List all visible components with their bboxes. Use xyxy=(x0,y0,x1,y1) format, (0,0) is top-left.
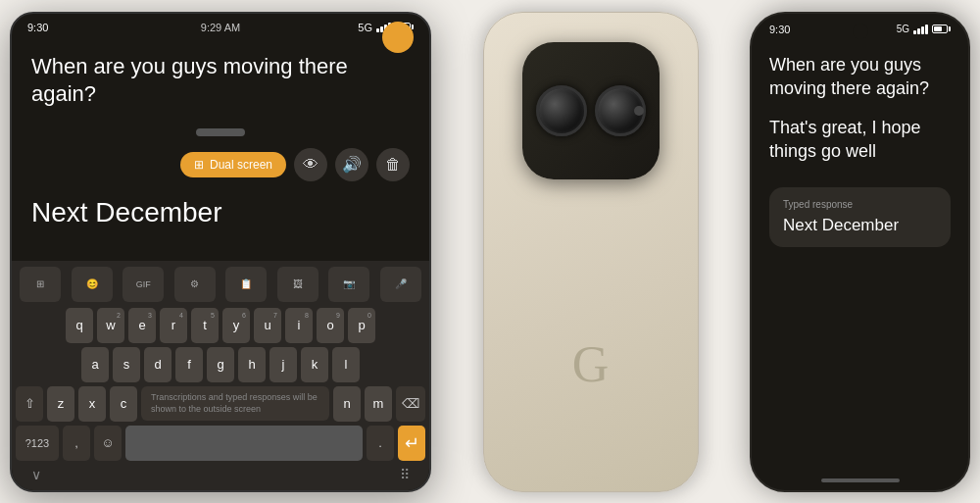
foldable-time-center: 9:29 AM xyxy=(201,22,240,33)
key-o[interactable]: o9 xyxy=(317,308,344,343)
foldable-toolbar: ⊞ Dual screen 👁 🔊 🗑 xyxy=(31,148,410,181)
foldable-5g-label: 5G xyxy=(358,22,372,33)
keyboard-gallery-button[interactable]: 📷 xyxy=(328,267,369,302)
key-q[interactable]: q xyxy=(66,308,93,343)
phone-notch xyxy=(853,24,868,39)
key-enter[interactable]: ↵ xyxy=(398,426,425,461)
key-m[interactable]: m xyxy=(365,386,392,422)
phone-signal-bars-icon xyxy=(913,25,928,34)
camera-module xyxy=(522,42,660,179)
foldable-avatar xyxy=(382,22,414,53)
delete-icon-button[interactable]: 🗑 xyxy=(376,148,410,181)
keyboard-mic-button[interactable]: 🎤 xyxy=(380,267,421,302)
phone-typed-box: Typed response Next December xyxy=(769,187,951,247)
key-backspace[interactable]: ⌫ xyxy=(396,386,425,422)
key-p[interactable]: p0 xyxy=(348,308,375,343)
phone-question-text: When are you guys moving there again? xyxy=(769,53,951,101)
google-logo: G xyxy=(572,335,610,393)
foldable-question-text: When are you guys moving there again? xyxy=(31,53,410,109)
phone-5g-label: 5G xyxy=(897,24,909,34)
key-z[interactable]: z xyxy=(47,386,74,422)
key-space[interactable] xyxy=(125,426,363,461)
key-d[interactable]: d xyxy=(144,347,172,382)
dual-screen-button[interactable]: ⊞ Dual screen xyxy=(180,152,286,177)
key-u[interactable]: u7 xyxy=(254,308,281,343)
nav-down-icon[interactable]: ∨ xyxy=(31,467,41,482)
key-j[interactable]: j xyxy=(270,347,297,382)
key-w[interactable]: w2 xyxy=(97,308,124,343)
keyboard: ⊞ 😊 GIF ⚙ 📋 🖼 📷 🎤 q w2 e3 r4 t5 y6 u7 i8… xyxy=(12,261,429,490)
keyboard-row-2: a s d f g h j k l xyxy=(16,347,425,382)
foldable-device: 9:30 9:29 AM 5G When are you guys moving… xyxy=(10,12,431,492)
foldable-divider-area xyxy=(31,128,410,136)
key-e[interactable]: e3 xyxy=(128,308,156,343)
key-comma[interactable]: , xyxy=(63,426,90,461)
key-h[interactable]: h xyxy=(238,347,266,382)
keyboard-nav: ∨ ⠿ xyxy=(16,461,425,486)
phone-front-content: When are you guys moving there again? Th… xyxy=(752,41,968,471)
dual-screen-label: Dual screen xyxy=(210,158,272,172)
phone-front-signal-group: 5G xyxy=(897,24,951,34)
phone-back-device: G xyxy=(483,12,699,492)
key-period[interactable]: . xyxy=(367,426,394,461)
keyboard-sticker-button[interactable]: 😊 xyxy=(72,267,113,302)
typed-response-text: Next December xyxy=(783,216,937,235)
key-g[interactable]: g xyxy=(207,347,234,382)
key-symbols[interactable]: ?123 xyxy=(16,426,59,461)
camera-lens-main xyxy=(536,85,587,136)
key-k[interactable]: k xyxy=(301,347,328,382)
key-c[interactable]: c xyxy=(110,386,137,422)
foldable-content: When are you guys moving there again? ⊞ … xyxy=(12,37,429,261)
dual-screen-icon: ⊞ xyxy=(194,158,204,172)
key-r[interactable]: r4 xyxy=(160,308,187,343)
keyboard-row-1: q w2 e3 r4 t5 y6 u7 i8 o9 p0 xyxy=(16,308,425,343)
typed-label: Typed response xyxy=(783,199,937,210)
phone-home-indicator xyxy=(821,478,900,482)
key-x[interactable]: x xyxy=(78,386,106,422)
foldable-response-text: Next December xyxy=(31,197,410,228)
eye-icon-button[interactable]: 👁 xyxy=(294,148,327,181)
keyboard-img-button[interactable]: 🖼 xyxy=(277,267,318,302)
key-n[interactable]: n xyxy=(333,386,361,422)
keyboard-top-row: ⊞ 😊 GIF ⚙ 📋 🖼 📷 🎤 xyxy=(16,267,425,308)
phone-hope-text: That's great, I hope things go well xyxy=(769,116,951,164)
keyboard-gif-button[interactable]: GIF xyxy=(122,267,164,302)
key-i[interactable]: i8 xyxy=(285,308,313,343)
key-shift[interactable]: ⇧ xyxy=(16,386,43,422)
keyboard-bottom-row: ?123 , ☺ . ↵ xyxy=(16,426,425,461)
keyboard-clipboard-button[interactable]: 📋 xyxy=(225,267,267,302)
key-y[interactable]: y6 xyxy=(222,308,250,343)
foldable-time: 9:30 xyxy=(27,22,48,33)
foldable-divider-bar xyxy=(196,128,245,136)
nav-grid-icon[interactable]: ⠿ xyxy=(400,467,410,482)
scene: 9:30 9:29 AM 5G When are you guys moving… xyxy=(0,0,980,503)
camera-small-dot xyxy=(634,106,644,116)
key-t[interactable]: t5 xyxy=(191,308,219,343)
key-emoji[interactable]: ☺ xyxy=(94,426,122,461)
key-s[interactable]: s xyxy=(113,347,140,382)
keyboard-settings-button[interactable]: ⚙ xyxy=(174,267,216,302)
phone-battery-icon xyxy=(932,25,951,33)
foldable-status-bar: 9:30 9:29 AM 5G xyxy=(12,14,429,37)
keyboard-notice: Transcriptions and typed responses will … xyxy=(141,386,329,421)
key-a[interactable]: a xyxy=(81,347,109,382)
phone-front-time: 9:30 xyxy=(769,24,790,35)
key-l[interactable]: l xyxy=(332,347,360,382)
speaker-icon-button[interactable]: 🔊 xyxy=(335,148,368,181)
keyboard-row-3: ⇧ z x c Transcriptions and typed respons… xyxy=(16,386,425,422)
key-f[interactable]: f xyxy=(175,347,203,382)
phone-front-status-bar: 9:30 5G xyxy=(752,14,968,41)
keyboard-emoji-grid-button[interactable]: ⊞ xyxy=(20,267,61,302)
phone-front-device: 9:30 5G When are you guys moving there a… xyxy=(750,12,970,492)
